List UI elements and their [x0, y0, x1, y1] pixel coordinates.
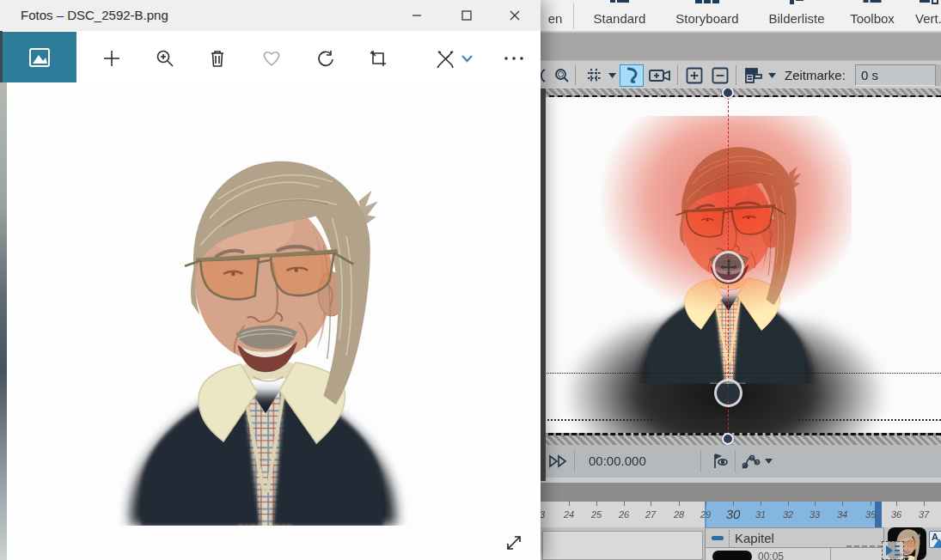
curve-mode-button-active[interactable] — [620, 64, 644, 87]
favorite-button[interactable] — [256, 43, 287, 74]
ellipsis-icon — [504, 56, 524, 61]
grid-dropdown[interactable] — [606, 64, 618, 87]
zeitmarke-label: Zeitmarke: — [785, 68, 846, 82]
transport-separator — [574, 450, 575, 472]
zoom-in-timeline-button[interactable] — [683, 64, 706, 87]
close-icon — [510, 10, 520, 21]
keyframe-display-button[interactable] — [709, 449, 730, 473]
ruler-tick — [624, 502, 625, 506]
curve-icon — [624, 67, 639, 84]
move-handle[interactable] — [712, 251, 744, 283]
tab-divider — [573, 3, 574, 29]
tab-standard[interactable]: Standard — [578, 0, 661, 32]
chevron-down-icon — [461, 55, 473, 63]
photos-titlebar[interactable]: Fotos – DSC_2592-B.png — [0, 0, 541, 31]
fullscreen-button[interactable] — [502, 531, 526, 555]
preview-zoom-button[interactable] — [551, 64, 573, 87]
move-handle-2[interactable] — [714, 379, 742, 407]
ruler-number: 31 — [755, 509, 766, 520]
ruler-tick — [815, 502, 816, 506]
heart-icon — [262, 50, 281, 67]
transport-separator — [700, 450, 701, 472]
add-button[interactable] — [96, 43, 127, 74]
ruler-number: 29 — [700, 509, 711, 520]
tab-storyboard[interactable]: Storyboard — [663, 0, 752, 32]
photo-canvas — [0, 86, 541, 560]
ruler-number: 35 — [865, 509, 876, 520]
ruler-number: 26 — [619, 509, 629, 520]
photos-toolbar — [0, 31, 541, 86]
transition-icon — [885, 545, 901, 557]
crop-button[interactable] — [363, 43, 394, 74]
object-list-icon — [744, 67, 763, 84]
ruler-tick — [871, 502, 871, 506]
red-color-effect-overlay — [601, 116, 852, 313]
tab-vert-timeline[interactable]: Vert. Timeline — [905, 0, 941, 32]
rotate-button[interactable] — [310, 43, 341, 74]
preview-toolbar: Zeitmarke: — [541, 60, 941, 88]
edit-dropdown-button[interactable] — [457, 50, 476, 67]
zoom-in-button[interactable] — [150, 43, 180, 74]
tab-bilderliste[interactable]: Bilderliste — [755, 0, 838, 32]
zeitmarke-input[interactable] — [855, 64, 935, 86]
grid-snap-button[interactable] — [584, 64, 606, 87]
ruler-tick — [706, 502, 706, 506]
photo-gallery-icon — [27, 45, 52, 70]
maximize-button[interactable] — [447, 0, 486, 31]
tab-partial[interactable]: en — [541, 0, 570, 32]
toolbar-separator — [677, 65, 678, 85]
ruler-tick — [733, 502, 734, 506]
fast-forward-button[interactable] — [548, 449, 569, 473]
kapitel-divider — [729, 530, 730, 547]
ruler-tick — [569, 502, 570, 506]
curve-chain-button[interactable] — [741, 449, 761, 473]
toolbar-separator — [575, 65, 576, 85]
transport-bar: 00:00.000 — [541, 445, 941, 478]
editor-spacer-band — [541, 33, 941, 60]
ruler-number: 36 — [891, 509, 901, 520]
image-boundary-hatch-top — [541, 88, 941, 97]
video-editor-window: en Standard Storyboard Bilderliste Toolb… — [541, 0, 941, 560]
video-preview-area[interactable] — [541, 88, 941, 445]
ruler-number: 28 — [674, 509, 684, 520]
ruler-selection-end-edge[interactable] — [875, 502, 882, 527]
more-options-button[interactable] — [498, 43, 529, 74]
curve-chain-icon — [741, 453, 761, 470]
caret-down-icon — [768, 73, 776, 78]
path-anchor-top-handle[interactable] — [722, 88, 734, 99]
preview-left-edge — [541, 88, 546, 481]
curve-chain-dropdown[interactable] — [765, 449, 773, 473]
crop-icon — [369, 49, 388, 68]
object-list-dropdown[interactable] — [766, 64, 778, 87]
window-title: Fotos – DSC_2592-B.png — [21, 8, 168, 22]
ruler-upper-band — [541, 483, 941, 502]
camera-track-button[interactable] — [647, 64, 673, 87]
empty-track-clip[interactable] — [542, 531, 703, 560]
clip-row: 00:05 — [705, 548, 884, 560]
object-list-button[interactable] — [742, 64, 766, 87]
clip-time-pill[interactable] — [712, 551, 752, 560]
caret-down-icon — [765, 459, 773, 464]
chapter-marker-icon — [712, 536, 724, 540]
timeline-ruler[interactable]: 32425262728293031323334353637 — [541, 502, 941, 527]
ruler-number: 30 — [726, 507, 741, 521]
fast-forward-icon — [548, 454, 569, 468]
zeitmarke-spinner[interactable] — [935, 64, 941, 86]
caret-down-icon — [608, 73, 616, 78]
ruler-number: 27 — [645, 509, 656, 520]
timecode-display: 00:00.000 — [589, 453, 646, 468]
path-anchor-bottom-handle[interactable] — [722, 433, 734, 445]
keyframe-transition-box[interactable] — [882, 541, 904, 560]
keyframe-eye-icon — [709, 453, 730, 470]
ruler-tick — [896, 502, 897, 506]
tab-toolbox[interactable]: Toolbox — [840, 0, 905, 32]
delete-button[interactable] — [202, 43, 233, 74]
vertical-timeline-icon — [920, 0, 938, 4]
close-button[interactable] — [495, 0, 535, 31]
plus-box-icon — [686, 67, 703, 84]
zoom-out-timeline-button[interactable] — [709, 64, 731, 87]
see-all-photos-button[interactable] — [2, 32, 76, 82]
title-template-icon[interactable]: A — [929, 531, 941, 548]
minimize-button[interactable] — [397, 0, 437, 31]
ruler-tick — [761, 502, 761, 506]
